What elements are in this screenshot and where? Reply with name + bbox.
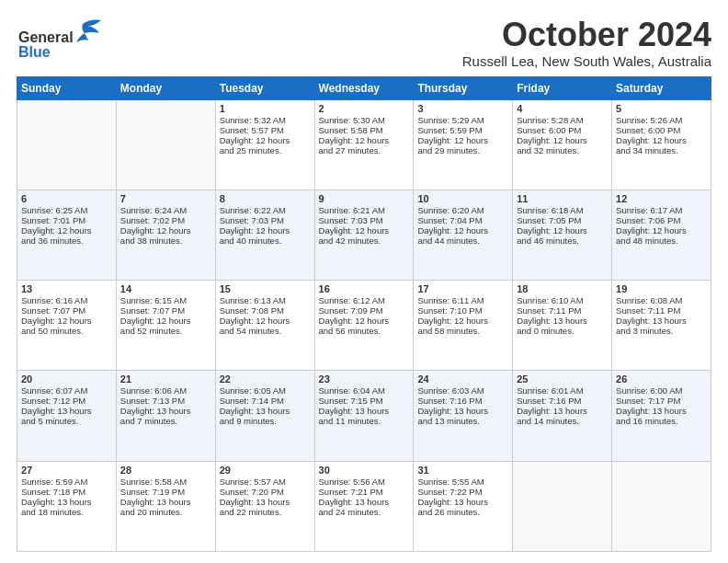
day-number: 19: [616, 283, 707, 294]
sunset: Sunset: 7:09 PM: [319, 305, 410, 316]
day-number: 14: [120, 283, 211, 294]
col-saturday: Saturday: [612, 76, 711, 99]
daylight-minutes: and 36 minutes.: [21, 236, 112, 246]
sunrise: Sunrise: 6:25 AM: [21, 205, 112, 215]
day-number: 31: [417, 465, 508, 476]
calendar-cell: 4Sunrise: 5:28 AMSunset: 6:00 PMDaylight…: [513, 99, 612, 190]
sunrise: Sunrise: 6:10 AM: [517, 295, 608, 305]
day-number: 25: [517, 373, 608, 385]
calendar-cell: [612, 461, 711, 551]
calendar-cell: 12Sunrise: 6:17 AMSunset: 7:06 PMDayligh…: [612, 190, 711, 280]
day-number: 12: [616, 193, 707, 204]
calendar: Sunday Monday Tuesday Wednesday Thursday…: [17, 76, 711, 552]
sunset: Sunset: 7:06 PM: [616, 215, 707, 225]
calendar-week-5: 27Sunrise: 5:59 AMSunset: 7:18 PMDayligh…: [17, 461, 711, 551]
daylight-hours: Daylight: 13 hours: [220, 497, 311, 507]
day-number: 10: [417, 193, 508, 204]
daylight-hours: Daylight: 13 hours: [120, 406, 211, 416]
calendar-cell: 15Sunrise: 6:13 AMSunset: 7:08 PMDayligh…: [215, 281, 314, 371]
daylight-hours: Daylight: 13 hours: [319, 406, 410, 416]
daylight-minutes: and 56 minutes.: [319, 326, 410, 336]
daylight-hours: Daylight: 12 hours: [616, 225, 707, 236]
calendar-cell: 17Sunrise: 6:11 AMSunset: 7:10 PMDayligh…: [414, 281, 513, 371]
sunrise: Sunrise: 6:24 AM: [120, 205, 211, 215]
day-number: 28: [120, 465, 211, 476]
sunset: Sunset: 7:21 PM: [319, 487, 410, 497]
daylight-hours: Daylight: 12 hours: [319, 225, 410, 236]
day-number: 2: [319, 103, 410, 114]
page: General Blue October 2024 Russell Lea, N…: [0, 0, 728, 563]
title-block: October 2024 Russell Lea, New South Wale…: [462, 17, 711, 69]
calendar-cell: 26Sunrise: 6:00 AMSunset: 7:17 PMDayligh…: [612, 371, 711, 461]
daylight-minutes: and 0 minutes.: [517, 326, 608, 336]
calendar-cell: [513, 461, 612, 551]
sunset: Sunset: 7:04 PM: [417, 215, 508, 225]
day-number: 11: [517, 193, 608, 204]
day-number: 5: [616, 103, 707, 114]
day-number: 9: [319, 193, 410, 204]
daylight-hours: Daylight: 13 hours: [417, 406, 508, 416]
sunrise: Sunrise: 6:11 AM: [417, 295, 508, 305]
daylight-minutes: and 20 minutes.: [120, 507, 211, 517]
daylight-hours: Daylight: 12 hours: [517, 135, 608, 145]
daylight-minutes: and 26 minutes.: [417, 507, 508, 517]
sunset: Sunset: 7:20 PM: [220, 487, 311, 497]
daylight-minutes: and 18 minutes.: [21, 507, 112, 517]
daylight-hours: Daylight: 12 hours: [417, 316, 508, 326]
daylight-hours: Daylight: 12 hours: [417, 135, 508, 145]
daylight-minutes: and 48 minutes.: [616, 236, 707, 246]
daylight-minutes: and 13 minutes.: [417, 416, 508, 426]
daylight-hours: Daylight: 13 hours: [417, 497, 508, 507]
daylight-hours: Daylight: 13 hours: [120, 497, 211, 507]
daylight-minutes: and 44 minutes.: [417, 236, 508, 246]
day-number: 20: [21, 373, 112, 385]
calendar-week-2: 6Sunrise: 6:25 AMSunset: 7:01 PMDaylight…: [17, 190, 711, 280]
daylight-hours: Daylight: 13 hours: [220, 406, 311, 416]
calendar-cell: 21Sunrise: 6:06 AMSunset: 7:13 PMDayligh…: [116, 371, 215, 461]
sunrise: Sunrise: 5:32 AM: [220, 115, 311, 125]
daylight-minutes: and 9 minutes.: [220, 416, 311, 426]
day-number: 7: [120, 193, 211, 204]
sunset: Sunset: 5:58 PM: [319, 125, 410, 135]
calendar-cell: 7Sunrise: 6:24 AMSunset: 7:02 PMDaylight…: [116, 190, 215, 280]
daylight-minutes: and 7 minutes.: [120, 416, 211, 426]
daylight-hours: Daylight: 12 hours: [319, 135, 410, 145]
daylight-hours: Daylight: 13 hours: [616, 406, 707, 416]
calendar-week-1: 1Sunrise: 5:32 AMSunset: 5:57 PMDaylight…: [17, 99, 711, 190]
sunset: Sunset: 5:59 PM: [417, 125, 508, 135]
sunset: Sunset: 6:00 PM: [616, 125, 707, 135]
calendar-cell: 27Sunrise: 5:59 AMSunset: 7:18 PMDayligh…: [17, 461, 117, 551]
calendar-cell: 8Sunrise: 6:22 AMSunset: 7:03 PMDaylight…: [215, 190, 314, 280]
sunrise: Sunrise: 5:58 AM: [120, 477, 211, 487]
sunrise: Sunrise: 6:06 AM: [120, 385, 211, 396]
calendar-cell: 19Sunrise: 6:08 AMSunset: 7:11 PMDayligh…: [612, 281, 711, 371]
day-number: 18: [517, 283, 608, 294]
location: Russell Lea, New South Wales, Australia: [462, 53, 711, 69]
daylight-hours: Daylight: 12 hours: [616, 135, 707, 145]
daylight-minutes: and 42 minutes.: [319, 236, 410, 246]
calendar-cell: 2Sunrise: 5:30 AMSunset: 5:58 PMDaylight…: [314, 99, 414, 190]
header-row: Sunday Monday Tuesday Wednesday Thursday…: [17, 76, 711, 99]
calendar-week-3: 13Sunrise: 6:16 AMSunset: 7:07 PMDayligh…: [17, 281, 711, 371]
daylight-hours: Daylight: 13 hours: [517, 316, 608, 326]
col-friday: Friday: [513, 76, 612, 99]
daylight-hours: Daylight: 12 hours: [21, 225, 112, 236]
day-number: 21: [120, 373, 211, 385]
daylight-minutes: and 38 minutes.: [120, 236, 211, 246]
daylight-minutes: and 16 minutes.: [616, 416, 707, 426]
daylight-minutes: and 52 minutes.: [120, 326, 211, 336]
sunset: Sunset: 7:10 PM: [417, 305, 508, 316]
daylight-minutes: and 29 minutes.: [417, 145, 508, 155]
day-number: 13: [21, 283, 112, 294]
daylight-hours: Daylight: 13 hours: [21, 497, 112, 507]
svg-text:General: General: [18, 29, 74, 45]
daylight-hours: Daylight: 13 hours: [319, 497, 410, 507]
sunset: Sunset: 7:03 PM: [319, 215, 410, 225]
daylight-hours: Daylight: 12 hours: [120, 316, 211, 326]
sunset: Sunset: 7:07 PM: [120, 305, 211, 316]
daylight-minutes: and 11 minutes.: [319, 416, 410, 426]
daylight-hours: Daylight: 12 hours: [319, 316, 410, 326]
daylight-hours: Daylight: 13 hours: [517, 406, 608, 416]
daylight-hours: Daylight: 13 hours: [616, 316, 707, 326]
sunrise: Sunrise: 6:04 AM: [319, 385, 410, 396]
